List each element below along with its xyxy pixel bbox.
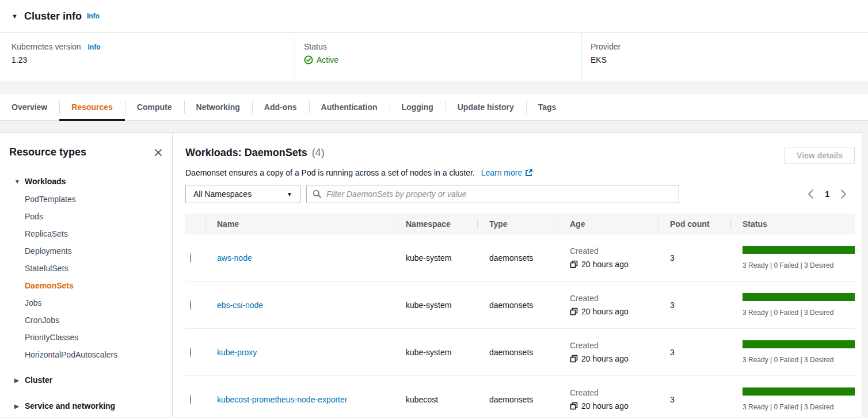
cluster-info-info-link[interactable]: Info (87, 12, 100, 20)
status-label: Status (304, 42, 581, 51)
namespace-cell: kube-system (394, 253, 477, 263)
caret-right-icon: ▶ (14, 403, 25, 409)
row-select-radio[interactable] (190, 347, 191, 358)
type-cell: daemonsets (477, 253, 558, 263)
sidebar-item-cronjobs[interactable]: CronJobs (25, 311, 164, 329)
pod-count-cell: 3 (658, 301, 730, 310)
status-badge: Active (317, 55, 338, 64)
caret-right-icon: ▶ (14, 377, 25, 383)
age-cell: Created 20 hours ago (558, 294, 658, 316)
tab-compute[interactable]: Compute (125, 94, 184, 120)
table-row: kubecost-prometheus-node-exporter kubeco… (185, 376, 855, 418)
column-header-type[interactable]: Type (477, 214, 558, 234)
content-area: Resource types ▼ Workloads PodTemplates … (0, 132, 862, 417)
panel-description: Daemonset ensures a copy of a Pod is run… (185, 168, 475, 177)
status-bar (743, 246, 855, 254)
column-header-namespace[interactable]: Namespace (394, 214, 477, 234)
caret-down-icon[interactable]: ▼ (12, 13, 18, 20)
sidebar-item-jobs[interactable]: Jobs (25, 294, 164, 311)
tab-tags[interactable]: Tags (526, 94, 569, 120)
copy-icon[interactable] (570, 307, 578, 316)
status-bar (743, 293, 855, 301)
tab-update-history[interactable]: Update history (446, 94, 526, 120)
kubernetes-version-value: 1.23 (12, 55, 295, 64)
pod-count-cell: 3 (658, 348, 730, 357)
previous-page-icon[interactable] (806, 188, 815, 200)
status-cell: 3 Ready | 0 Failed | 3 Desired (730, 387, 855, 411)
column-header-age[interactable]: Age (558, 214, 658, 234)
table-header: Name Namespace Type Age Pod count Status (185, 214, 855, 234)
row-select-radio[interactable] (190, 394, 191, 405)
sidebar-group-service-and-networking[interactable]: ▶ Service and networking (9, 397, 164, 415)
copy-icon[interactable] (570, 402, 578, 410)
provider-label: Provider (591, 42, 868, 51)
resource-types-panel: Resource types ▼ Workloads PodTemplates … (0, 133, 173, 417)
daemonsets-table: Name Namespace Type Age Pod count Status… (185, 214, 855, 418)
sidebar-item-priorityclasses[interactable]: PriorityClasses (25, 329, 164, 346)
pod-count-cell: 3 (658, 253, 730, 263)
daemonset-name-link[interactable]: ebs-csi-node (217, 301, 263, 310)
age-cell: Created 20 hours ago (558, 388, 658, 411)
sidebar-group-cluster[interactable]: ▶ Cluster (9, 371, 164, 389)
row-select-radio[interactable] (190, 253, 191, 263)
sidebar-item-daemonsets[interactable]: DaemonSets (25, 277, 164, 294)
tab-bar: Overview Resources Compute Networking Ad… (0, 94, 868, 121)
table-row: aws-node kube-system daemonsets Created … (185, 234, 855, 282)
learn-more-link[interactable]: Learn more (481, 168, 534, 177)
resource-types-tree: ▼ Workloads PodTemplates Pods ReplicaSet… (9, 172, 164, 415)
sidebar-item-deployments[interactable]: Deployments (25, 242, 164, 260)
tab-networking[interactable]: Networking (184, 94, 252, 120)
column-header-pod-count[interactable]: Pod count (658, 214, 730, 234)
column-header-status[interactable]: Status (730, 214, 855, 234)
daemonset-name-link[interactable]: kube-proxy (217, 348, 257, 357)
table-row: ebs-csi-node kube-system daemonsets Crea… (185, 282, 855, 329)
check-circle-icon (304, 55, 313, 64)
tab-overview[interactable]: Overview (0, 94, 59, 120)
copy-icon[interactable] (570, 355, 578, 363)
search-input[interactable] (326, 189, 673, 199)
daemonset-name-link[interactable]: aws-node (217, 253, 252, 263)
status-field: Status Active (295, 33, 581, 81)
sidebar-item-statefulsets[interactable]: StatefulSets (25, 260, 164, 277)
sidebar-item-podtemplates[interactable]: PodTemplates (25, 191, 164, 208)
view-details-button[interactable]: View details (785, 147, 855, 164)
provider-field: Provider EKS (581, 33, 868, 81)
chevron-down-icon: ▼ (287, 191, 292, 197)
kubernetes-version-field: Kubernetes version Info 1.23 (0, 33, 295, 81)
column-header-name[interactable]: Name (205, 214, 394, 234)
copy-icon[interactable] (570, 260, 578, 268)
sidebar-group-workloads[interactable]: ▼ Workloads (9, 172, 164, 191)
tab-resources[interactable]: Resources (59, 94, 125, 120)
close-icon[interactable] (153, 147, 164, 158)
provider-value: EKS (591, 55, 868, 64)
sidebar-item-pods[interactable]: Pods (25, 208, 164, 225)
sidebar-item-replicasets[interactable]: ReplicaSets (25, 225, 164, 242)
caret-down-icon: ▼ (14, 178, 25, 185)
panel-title: Workloads: DaemonSets (185, 147, 307, 158)
cluster-info-card: ▼ Cluster info Info Kubernetes version I… (0, 0, 868, 81)
external-link-icon (525, 169, 533, 177)
resource-types-title: Resource types (9, 146, 86, 158)
filter-search-box (306, 185, 679, 203)
age-cell: Created 20 hours ago (558, 341, 658, 363)
row-select-radio[interactable] (190, 300, 191, 310)
item-count: (4) (312, 147, 325, 158)
status-cell: 3 Ready | 0 Failed | 3 Desired (730, 246, 855, 269)
tab-add-ons[interactable]: Add-ons (252, 94, 309, 120)
type-cell: daemonsets (477, 301, 558, 310)
namespace-select[interactable]: All Namespaces ▼ (185, 185, 300, 203)
status-cell: 3 Ready | 0 Failed | 3 Desired (730, 340, 855, 364)
daemonset-name-link[interactable]: kubecost-prometheus-node-exporter (217, 395, 347, 404)
kubernetes-version-info-link[interactable]: Info (88, 43, 101, 51)
pod-count-cell: 3 (658, 395, 730, 404)
sidebar-item-horizontalpodautoscalers[interactable]: HorizontalPodAutoscalers (25, 346, 164, 363)
tab-logging[interactable]: Logging (390, 94, 446, 120)
search-icon (313, 189, 322, 199)
table-row: kube-proxy kube-system daemonsets Create… (185, 329, 855, 376)
next-page-icon[interactable] (839, 188, 848, 200)
type-cell: daemonsets (477, 348, 558, 357)
daemonsets-panel: Workloads: DaemonSets (4) View details D… (173, 133, 862, 417)
page-number[interactable]: 1 (825, 189, 829, 199)
namespace-cell: kube-system (394, 348, 477, 357)
tab-authentication[interactable]: Authentication (309, 94, 390, 120)
